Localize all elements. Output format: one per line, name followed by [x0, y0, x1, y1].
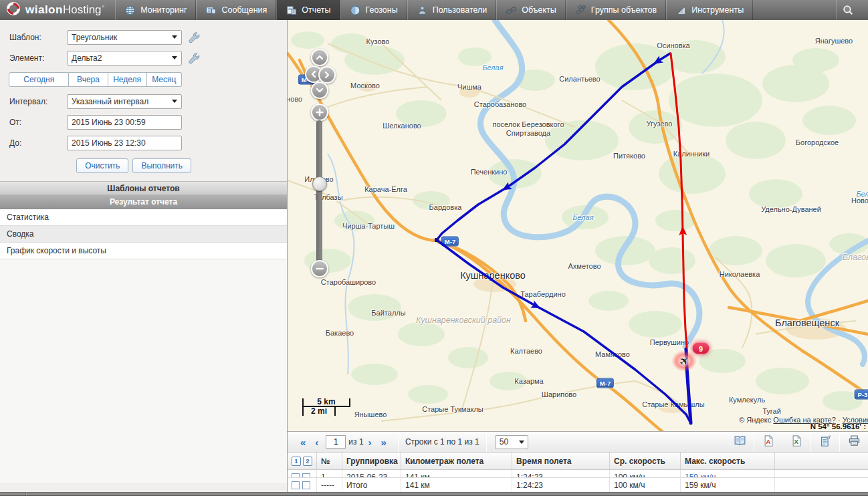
- table-scroll-clip[interactable]: 12015-06-23141 км1:24:23100 км/ч159 км/ч: [288, 470, 868, 478]
- column-header[interactable]: №: [317, 453, 342, 469]
- table-cell-time: 1:24:23: [512, 470, 610, 478]
- from-datetime-field[interactable]: [67, 115, 182, 130]
- brand-trademark: °: [102, 5, 105, 11]
- nav-tab-unit[interactable]: Объекты: [496, 0, 566, 20]
- table-cell-avg: 100 км/ч: [610, 478, 681, 493]
- status-bar: [0, 492, 868, 496]
- row-checkbox[interactable]: [302, 473, 310, 478]
- clear-button[interactable]: Очистить: [76, 158, 128, 173]
- grouping-level-buttons: 12: [288, 453, 317, 469]
- zoom-slider-track[interactable]: [316, 120, 322, 262]
- from-label: От:: [9, 118, 67, 127]
- to-datetime-field[interactable]: [67, 136, 182, 150]
- first-page-button[interactable]: «: [296, 437, 310, 448]
- row-checkbox[interactable]: [292, 481, 300, 489]
- table-cell-distance: 141 км: [401, 478, 512, 493]
- pan-right-button[interactable]: [318, 66, 336, 84]
- search-icon: [842, 4, 854, 16]
- row-checkboxes: [288, 470, 317, 478]
- svg-text:A: A: [766, 438, 770, 445]
- interval-label: Интервал:: [9, 97, 67, 106]
- table-cell-num: 1: [317, 470, 342, 478]
- table-cell-max[interactable]: 159 км/ч: [681, 470, 775, 478]
- quick-range-3[interactable]: Месяц: [147, 72, 182, 87]
- execute-button[interactable]: Выполнить: [132, 158, 191, 173]
- pan-up-button[interactable]: [311, 49, 328, 66]
- export-excel-button[interactable]: X: [782, 432, 810, 452]
- open-book-button[interactable]: [726, 432, 754, 452]
- chevron-down-icon: [172, 100, 177, 103]
- column-header[interactable]: Время полета: [512, 453, 610, 469]
- nav-tab-geofence[interactable]: Геозоны: [340, 0, 407, 20]
- column-header[interactable]: Километраж полета: [401, 453, 512, 469]
- print-button[interactable]: [840, 432, 868, 452]
- app-window: wialonHosting° МониторингСообщенияОтчеты…: [0, 0, 868, 496]
- quick-range-2[interactable]: Неделя: [108, 72, 147, 87]
- map-base-layer: [288, 20, 868, 431]
- column-header[interactable]: Группировка: [342, 453, 401, 469]
- template-settings-wrench-icon[interactable]: [188, 31, 200, 43]
- top-navbar: wialonHosting° МониторингСообщенияОтчеты…: [0, 0, 868, 20]
- report-result-list: СтатистикаСводкаГрафик скорости и высоты: [0, 209, 287, 483]
- template-value: Треугольник: [72, 33, 117, 42]
- element-select[interactable]: Дельта2: [67, 51, 182, 66]
- messages-icon: [205, 5, 217, 16]
- template-select[interactable]: Треугольник: [67, 30, 182, 45]
- nav-tab-tools[interactable]: Инструменты: [666, 0, 753, 20]
- export-pdf-button[interactable]: A: [754, 432, 782, 452]
- row-checkbox[interactable]: [302, 481, 310, 489]
- nav-tab-label: Мониторинг: [140, 5, 187, 15]
- map-scale-bar: 5 km 2 mi: [302, 398, 350, 416]
- geofence-icon: [350, 5, 361, 16]
- nav-tab-reports[interactable]: Отчеты: [276, 0, 340, 20]
- unit-icon: [506, 5, 517, 16]
- brand-name: wialon: [25, 3, 63, 17]
- quick-range-buttons: СегодняВчераНеделяМесяц: [9, 72, 182, 87]
- result-item-0[interactable]: Статистика: [0, 209, 287, 226]
- reports-icon: [286, 5, 297, 16]
- chevron-down-icon: [519, 441, 524, 444]
- nav-tab-label: Сообщения: [221, 5, 267, 15]
- next-page-button[interactable]: ›: [364, 437, 376, 448]
- zoom-in-button[interactable]: [311, 104, 328, 121]
- zoom-out-button[interactable]: [311, 260, 328, 277]
- result-item-2[interactable]: График скорости и высоты: [0, 243, 287, 259]
- report-sidebar: Шаблон: Треугольник Элемент: Дельта2 Сег…: [0, 20, 288, 492]
- events-count-badge[interactable]: 9: [693, 343, 710, 354]
- column-header[interactable]: Макс. скорость: [681, 453, 775, 469]
- export-file-button[interactable]: [811, 432, 839, 452]
- brand-logo[interactable]: wialonHosting°: [0, 0, 115, 20]
- nav-tab-label: Объекты: [522, 5, 556, 15]
- row-checkbox[interactable]: [292, 473, 300, 478]
- templates-section-header[interactable]: Шаблоны отчетов: [0, 181, 287, 195]
- nav-tab-user[interactable]: Пользователи: [407, 0, 497, 20]
- result-section-header[interactable]: Результат отчета: [0, 195, 287, 209]
- row-checkboxes: [288, 478, 317, 493]
- page-size-select[interactable]: 50: [495, 435, 528, 449]
- last-page-button[interactable]: »: [376, 437, 391, 448]
- element-settings-wrench-icon[interactable]: [188, 52, 200, 64]
- table-cell-max: 159 км/ч: [681, 478, 775, 493]
- level-button-2[interactable]: 2: [303, 457, 312, 466]
- table-row[interactable]: 12015-06-23141 км1:24:23100 км/ч159 км/ч: [288, 470, 868, 478]
- quick-range-0[interactable]: Сегодня: [9, 72, 69, 87]
- pan-down-button[interactable]: [311, 82, 328, 99]
- export-excel-icon: X: [790, 435, 803, 449]
- interval-select[interactable]: Указанный интервал: [67, 94, 182, 109]
- nav-tab-unit-group[interactable]: Группы объектов: [566, 0, 666, 20]
- table-total-row[interactable]: -----Итого141 км1:24:23100 км/ч159 км/ч: [288, 478, 868, 493]
- nav-tab-label: Пользователи: [433, 5, 487, 15]
- column-header[interactable]: Ср. скорость: [610, 453, 681, 469]
- prev-page-button[interactable]: ‹: [310, 437, 323, 448]
- copyright-label: © Яндекс: [739, 416, 771, 424]
- nav-tab-messages[interactable]: Сообщения: [196, 0, 276, 20]
- page-number-input[interactable]: [326, 435, 346, 449]
- search-button[interactable]: [836, 0, 859, 20]
- level-button-1[interactable]: 1: [292, 457, 301, 466]
- nav-tab-globe[interactable]: Мониторинг: [115, 0, 196, 20]
- zoom-slider-handle[interactable]: [312, 176, 327, 191]
- scale-mi-label: 2 mi: [302, 407, 336, 416]
- map-canvas[interactable]: КузовоОсиновкаЯнагушевоБелаяСилантьевоМо…: [288, 20, 868, 431]
- quick-range-1[interactable]: Вчера: [69, 72, 108, 87]
- result-item-1[interactable]: Сводка: [0, 226, 287, 243]
